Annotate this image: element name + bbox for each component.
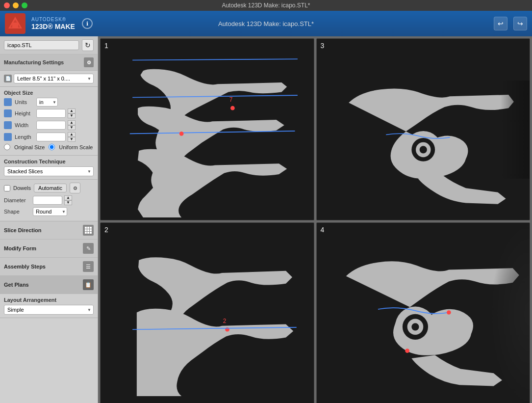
decoration-right-bottom: [490, 223, 530, 403]
file-row: icapo.STL ↻: [0, 36, 98, 54]
diameter-down[interactable]: ▼: [64, 200, 72, 205]
svg-text:7: 7: [229, 96, 233, 103]
panel-2-canvas: 2: [101, 223, 314, 403]
maximize-button[interactable]: [22, 2, 27, 8]
diameter-row: Diameter 0.250 ▲ ▼: [4, 195, 94, 205]
height-up[interactable]: ▲: [68, 108, 76, 113]
paper-size-select[interactable]: Letter 8.5" x 11" x 0....: [14, 74, 94, 83]
svg-point-12: [419, 146, 427, 153]
decoration-right: [500, 81, 530, 179]
length-row: Length 4.788 ▲ ▼: [4, 132, 94, 142]
diameter-input[interactable]: 0.250: [33, 196, 62, 205]
main-content: 1 7 3: [98, 36, 532, 403]
undo-button[interactable]: ↩: [494, 17, 507, 30]
svg-point-6: [230, 106, 235, 110]
units-row: Units incmmm ▼: [4, 98, 94, 107]
window-title: Autodesk 123D Make: icapo.STL*: [222, 2, 310, 9]
layout-select[interactable]: Simple By Part Number: [4, 305, 94, 315]
main-toolbar: AUTODESK® 123D® MAKE ℹ ↩ ↪ Autodesk 123D…: [0, 11, 532, 36]
diameter-up[interactable]: ▲: [64, 195, 72, 200]
width-down[interactable]: ▼: [68, 125, 76, 130]
layout-section: Layout Arrangement Simple By Part Number…: [0, 294, 98, 318]
dowels-section: Dowels Automatic ⚙ Diameter 0.250 ▲ ▼ Sh…: [0, 180, 98, 221]
slice-direction-icon: [83, 225, 94, 236]
dowels-row: Dowels Automatic ⚙: [4, 183, 94, 193]
construction-select[interactable]: Stacked Slices Interlocked Slices Curve …: [4, 166, 94, 176]
width-stepper[interactable]: ▲ ▼: [68, 120, 76, 130]
svg-point-23: [405, 349, 409, 353]
modify-form-item[interactable]: Modify Form ✎: [0, 240, 98, 258]
width-input[interactable]: 8.000: [36, 121, 66, 130]
svg-point-22: [447, 310, 451, 315]
panel-3-canvas: 6: [317, 39, 530, 220]
length-down[interactable]: ▼: [68, 137, 76, 142]
height-input[interactable]: 1.187: [36, 109, 66, 118]
length-stepper[interactable]: ▲ ▼: [68, 132, 76, 142]
app-logo: [5, 13, 25, 34]
panel-3: 3 6: [316, 38, 531, 220]
assembly-steps-item[interactable]: Assembly Steps ☰: [0, 258, 98, 276]
minimize-button[interactable]: [13, 2, 19, 8]
original-size-radio[interactable]: [4, 144, 10, 150]
construction-section: Construction Technique Stacked Slices In…: [0, 156, 98, 180]
uniform-scale-radio[interactable]: [49, 144, 55, 150]
svg-line-3: [132, 59, 298, 60]
diameter-stepper[interactable]: ▲ ▼: [64, 195, 72, 205]
length-up[interactable]: ▲: [68, 132, 76, 137]
svg-rect-2: [12, 23, 18, 27]
object-size-section: Object Size Units incmmm ▼ Height 1.187 …: [0, 87, 98, 156]
height-down[interactable]: ▼: [68, 113, 76, 118]
length-icon: [4, 133, 12, 141]
paper-size-section: 📄 Letter 8.5" x 11" x 0.... ▼: [0, 71, 98, 87]
height-icon: [4, 109, 12, 117]
width-icon: [4, 121, 12, 129]
dowels-checkbox[interactable]: [4, 185, 10, 191]
file-button[interactable]: icapo.STL: [4, 40, 79, 50]
panel-2: 2 2: [100, 222, 314, 403]
app-name: AUTODESK® 123D® MAKE: [31, 17, 75, 31]
height-row: Height 1.187 ▲ ▼: [4, 108, 94, 118]
units-select[interactable]: incmmm: [36, 98, 58, 107]
svg-text:2: 2: [223, 318, 227, 325]
svg-point-21: [411, 323, 419, 331]
auto-button[interactable]: Automatic: [34, 184, 67, 192]
refresh-button[interactable]: ↻: [82, 39, 94, 51]
titlebar: Autodesk 123D Make: icapo.STL*: [0, 0, 532, 11]
panel-4: 4: [316, 222, 531, 403]
get-plans-item[interactable]: Get Plans 📋: [0, 276, 98, 294]
shape-select[interactable]: Round Square: [33, 207, 67, 216]
slice-direction-item[interactable]: Slice Direction: [0, 221, 98, 240]
redo-button[interactable]: ↪: [513, 17, 527, 30]
panels-grid: 1 7 3: [98, 36, 532, 403]
close-button[interactable]: [4, 2, 10, 8]
sidebar: icapo.STL ↻ Manufacturing Settings ⚙ 📄 L…: [0, 36, 98, 403]
manufacturing-settings-header: Manufacturing Settings ⚙: [0, 54, 98, 71]
panel-1-canvas: 7: [101, 39, 314, 220]
info-button[interactable]: ℹ: [82, 18, 93, 29]
width-up[interactable]: ▲: [68, 120, 76, 125]
window-title-toolbar: Autodesk 123D Make: icapo.STL*: [218, 20, 314, 27]
panel-1: 1 7: [100, 38, 314, 220]
width-row: Width 8.000 ▲ ▼: [4, 120, 94, 130]
assembly-steps-icon: ☰: [83, 261, 94, 272]
paper-icon: 📄: [4, 75, 12, 82]
get-plans-icon: 📋: [83, 279, 94, 290]
dowels-settings-icon[interactable]: ⚙: [70, 183, 80, 193]
height-stepper[interactable]: ▲ ▼: [68, 108, 76, 118]
length-input[interactable]: 4.788: [36, 133, 66, 141]
settings-icon[interactable]: ⚙: [84, 57, 94, 67]
scale-radio-group: Original Size Uniform Scale: [4, 144, 94, 150]
units-icon: [4, 98, 12, 106]
shape-row: Shape Round Square ▼: [4, 207, 94, 216]
svg-point-7: [179, 132, 184, 136]
modify-form-icon: ✎: [83, 243, 94, 254]
